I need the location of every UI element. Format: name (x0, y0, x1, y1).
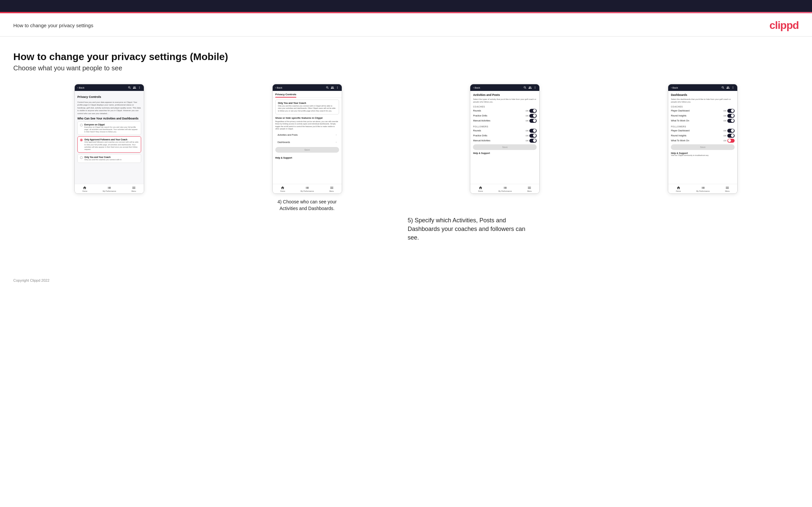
toggle-followers-round-insights: Round Insights ON (671, 134, 734, 138)
back-button-2[interactable]: ‹ Back (275, 86, 282, 89)
phone-topbar-3: ‹ Back (470, 84, 539, 91)
followers-practice-on: ON (525, 134, 537, 138)
nav-performance-3[interactable]: My Performance (499, 186, 512, 192)
save-button-2[interactable]: Save (275, 147, 339, 153)
coaches-player-label: Player Dashboard (671, 110, 690, 112)
nav-menu-4[interactable]: Menu (725, 186, 730, 192)
phone-screen-3: ‹ Back Activities and Posts Select the t… (470, 84, 540, 194)
coaches-what-to-work-label: What To Work On (671, 119, 689, 122)
radio-label-2: Only Approved Followers and Your Coach (84, 138, 139, 141)
people-icon-4[interactable] (726, 86, 730, 89)
search-icon-4[interactable] (721, 86, 725, 89)
back-button-4[interactable]: ‹ Back (671, 86, 678, 89)
toggle-followers-round-insights-switch[interactable] (727, 134, 734, 138)
nav-home-label-1: Home (82, 190, 87, 192)
followers-rounds-on: ON (525, 129, 537, 133)
people-icon-2[interactable] (331, 86, 334, 89)
nav-home-4[interactable]: Home (676, 186, 681, 192)
save-button-3[interactable]: Save (473, 144, 537, 150)
topbar-icons-4 (721, 86, 734, 89)
phone-content-4: Dashboards Select the dashboards that yo… (668, 91, 737, 184)
back-button-3[interactable]: ‹ Back (473, 86, 480, 89)
toggle-coaches-practice-switch[interactable] (529, 114, 537, 118)
settings-icon-4[interactable] (731, 86, 734, 89)
settings-icon[interactable] (138, 86, 141, 89)
nav-performance-label-4: My Performance (696, 190, 709, 192)
search-icon[interactable] (128, 86, 131, 89)
main-content: How to change your privacy settings (Mob… (0, 37, 812, 255)
coaches-label-4: COACHES (671, 106, 734, 108)
header-title: How to change your privacy settings (13, 22, 93, 28)
toggle-coaches-round-insights: Round Insights ON (671, 114, 734, 118)
coaches-round-insights-label: Round Insights (671, 114, 687, 117)
toggle-followers-rounds-switch[interactable] (529, 129, 537, 133)
privacy-controls-title-1: Privacy Controls (78, 93, 141, 99)
toggle-followers-practice: Practice Drills ON (473, 134, 537, 138)
followers-player-on: ON (723, 129, 734, 133)
radio-circle-2 (80, 139, 83, 142)
followers-round-insights-on: ON (723, 134, 734, 138)
nav-performance-1[interactable]: My Performance (103, 186, 116, 192)
search-icon-3[interactable] (523, 86, 527, 89)
activities-posts-nav[interactable]: Activities and Posts › (275, 132, 339, 138)
tooltip-box: Only You and Your Coach Only you and the… (275, 100, 339, 114)
nav-menu-3[interactable]: Menu (527, 186, 532, 192)
nav-performance-2[interactable]: My Performance (301, 186, 314, 192)
toggle-coaches-round-insights-switch[interactable] (727, 114, 734, 118)
radio-everyone[interactable]: Everyone on Clippd Everyone on Clippd ca… (78, 121, 141, 135)
nav-home-label-3: Home (478, 190, 483, 192)
toggle-followers-player-switch[interactable] (727, 129, 734, 133)
people-icon[interactable] (133, 86, 136, 89)
coaches-label-3: COACHES (473, 106, 537, 108)
toggle-followers-manual-switch[interactable] (529, 139, 537, 143)
coaches-round-insights-on: ON (723, 114, 734, 118)
nav-home-3[interactable]: Home (478, 186, 483, 192)
privacy-controls-tab[interactable]: Privacy Controls (275, 93, 297, 98)
settings-icon-2[interactable] (336, 86, 339, 89)
nav-performance-label-2: My Performance (301, 190, 314, 192)
toggle-followers-what-to-work-switch[interactable] (727, 139, 734, 143)
nav-menu-label-3: Menu (527, 190, 532, 192)
nav-menu-label-1: Menu (132, 190, 136, 192)
radio-approved[interactable]: Only Approved Followers and Your Coach O… (78, 136, 141, 153)
toggle-coaches-player-switch[interactable] (727, 109, 734, 113)
save-button-4[interactable]: Save (671, 144, 734, 150)
toggle-coaches-rounds: Rounds ON (473, 109, 537, 113)
search-icon-2[interactable] (326, 86, 329, 89)
settings-icon-3[interactable] (534, 86, 537, 89)
nav-home-2[interactable]: Home (280, 186, 285, 192)
nav-menu-1[interactable]: Menu (132, 186, 136, 192)
activities-posts-title: Activities and Posts (473, 93, 537, 97)
who-section-title: Who Can See Your Activities and Dashboar… (78, 117, 141, 120)
help-support-4: Help & Support (671, 152, 734, 154)
radio-desc-2: Only approved followers and coaches you … (84, 141, 139, 151)
toggle-coaches-rounds-switch[interactable] (529, 109, 537, 113)
people-icon-3[interactable] (528, 86, 532, 89)
followers-label-3: FOLLOWERS (473, 125, 537, 128)
nav-home-1[interactable]: Home (82, 186, 87, 192)
nav-menu-label-4: Menu (725, 190, 730, 192)
back-button-1[interactable]: ‹ Back (78, 86, 84, 89)
copyright: Copyright Clippd 2022 (13, 278, 49, 282)
toggle-followers-what-to-work: What To Work On ON (671, 139, 734, 143)
followers-player-label: Player Dashboard (671, 129, 690, 132)
nav-menu-2[interactable]: Menu (329, 186, 334, 192)
phone-content-2: Privacy Controls Only You and Your Coach… (273, 91, 342, 184)
toggle-coaches-manual-switch[interactable] (529, 119, 537, 123)
dashboards-nav[interactable]: Dashboards › (275, 139, 339, 145)
caption-5: 5) Specify which Activities, Posts and D… (408, 216, 527, 242)
phone-bottombar-1: Home My Performance Menu (75, 184, 144, 193)
toggle-followers-manual: Manual Activities ON (473, 139, 537, 143)
radio-only-you[interactable]: Only You and Your Coach Only you and the… (78, 154, 141, 163)
coaches-rounds-on: ON (525, 109, 537, 113)
help-support-desc-4: Visit our Clippd community to troublesho… (671, 154, 734, 156)
toggle-followers-practice-switch[interactable] (529, 134, 537, 138)
dashboards-desc: Select the dashboards that you'd like to… (671, 98, 734, 104)
radio-desc-1: Everyone on Clippd can search for you an… (84, 126, 139, 133)
toggle-coaches-what-to-work-switch[interactable] (727, 119, 734, 123)
nav-performance-4[interactable]: My Performance (696, 186, 709, 192)
caption-5-area: 5) Specify which Activities, Posts and D… (405, 212, 799, 242)
toggle-coaches-what-to-work: What To Work On ON (671, 119, 734, 123)
followers-round-insights-label: Round Insights (671, 134, 687, 137)
toggle-coaches-player: Player Dashboard ON (671, 109, 734, 113)
